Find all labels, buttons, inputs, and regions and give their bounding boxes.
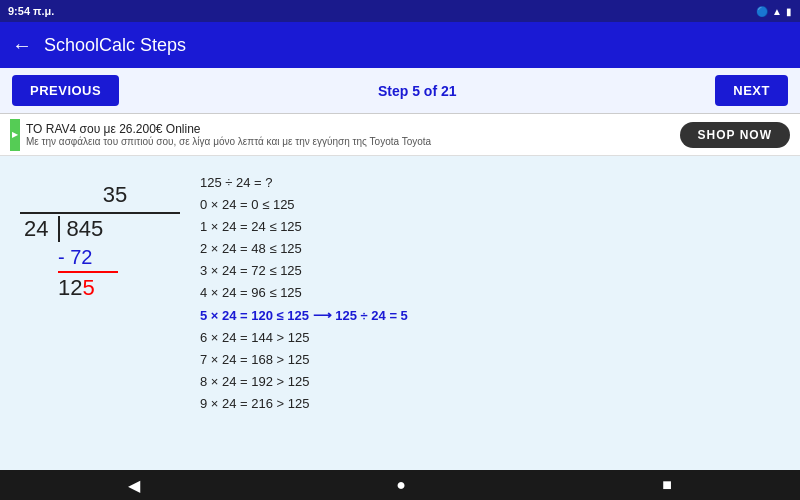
remainder: 125 (20, 275, 180, 301)
ad-content: ΤΟ RAV4 σου με 26.200€ Online Με την ασφ… (26, 122, 680, 147)
ad-subtitle: Με την ασφάλεια του σπιτιού σου, σε λίγα… (26, 136, 431, 147)
step-item: 1 × 24 = 24 ≤ 125 (200, 216, 780, 238)
home-nav-icon[interactable]: ● (396, 476, 406, 494)
recents-nav-icon[interactable]: ■ (662, 476, 672, 494)
step-item: 3 × 24 = 72 ≤ 125 (200, 260, 780, 282)
step-item: 9 × 24 = 216 > 125 (200, 393, 780, 415)
step-item: 7 × 24 = 168 > 125 (200, 349, 780, 371)
division-line (58, 271, 118, 273)
ad-banner: ▶ ΤΟ RAV4 σου με 26.200€ Online Με την α… (0, 114, 800, 156)
step-item: 0 × 24 = 0 ≤ 125 (200, 194, 780, 216)
subtraction: - 72 (20, 246, 180, 269)
step-item: 5 × 24 = 120 ≤ 125 ⟶ 125 ÷ 24 = 5 (200, 305, 780, 327)
step-item: 4 × 24 = 96 ≤ 125 (200, 282, 780, 304)
step-item: 125 ÷ 24 = ? (200, 172, 780, 194)
remainder-red: 5 (82, 275, 94, 300)
remainder-black: 12 (58, 275, 82, 300)
division-row: 24 845 (20, 212, 180, 244)
main-content: 35 24 845 - 72 125 125 ÷ 24 = ?0 × 24 = … (0, 156, 800, 470)
wifi-icon: ▲ (772, 6, 782, 17)
bluetooth-icon: 🔵 (756, 6, 768, 17)
status-icons: 🔵 ▲ ▮ (756, 6, 792, 17)
shop-now-button[interactable]: SHOP NOW (680, 122, 790, 148)
back-button[interactable]: ← (12, 34, 32, 57)
step-item: 2 × 24 = 48 ≤ 125 (200, 238, 780, 260)
nav-row: PREVIOUS Step 5 of 21 NEXT (0, 68, 800, 114)
ad-title: ΤΟ RAV4 σου με 26.200€ Online (26, 122, 201, 136)
division-visual: 35 24 845 - 72 125 (20, 172, 180, 454)
bottom-bar: ◀ ● ■ (0, 470, 800, 500)
divisor: 24 (20, 214, 52, 244)
steps-list: 125 ÷ 24 = ?0 × 24 = 0 ≤ 1251 × 24 = 24 … (200, 172, 780, 454)
top-nav: ← SchoolCalc Steps (0, 22, 800, 68)
previous-button[interactable]: PREVIOUS (12, 75, 119, 106)
quotient: 35 (20, 182, 180, 208)
status-bar: 9:54 π.μ. 🔵 ▲ ▮ (0, 0, 800, 22)
battery-icon: ▮ (786, 6, 792, 17)
back-nav-icon[interactable]: ◀ (128, 476, 140, 495)
dividend: 845 (58, 216, 103, 242)
step-item: 6 × 24 = 144 > 125 (200, 327, 780, 349)
status-time: 9:54 π.μ. (8, 5, 54, 17)
step-item: 8 × 24 = 192 > 125 (200, 371, 780, 393)
step-info: Step 5 of 21 (378, 83, 457, 99)
ad-indicator: ▶ (10, 119, 20, 151)
app-title: SchoolCalc Steps (44, 35, 186, 56)
next-button[interactable]: NEXT (715, 75, 788, 106)
